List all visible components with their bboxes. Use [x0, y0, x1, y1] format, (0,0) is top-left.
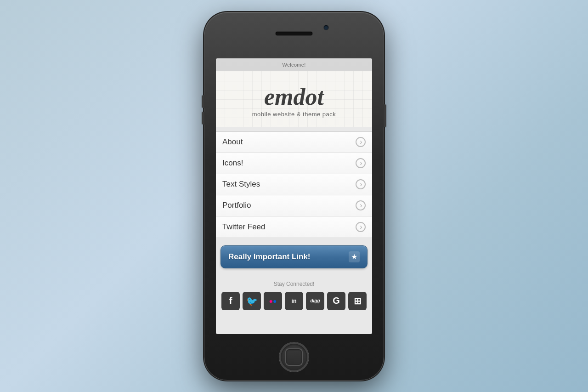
menu-item-label-icons: Icons!	[222, 159, 243, 168]
social-icon-facebook[interactable]: f	[221, 292, 240, 310]
important-link-button[interactable]: Really Important Link!	[220, 245, 368, 268]
home-button[interactable]	[279, 342, 309, 372]
phone-bottom	[204, 334, 384, 380]
phone-screen: Welcome! emdot mobile website & theme pa…	[216, 58, 372, 334]
menu-item-label-text-styles: Text Styles	[222, 180, 260, 189]
menu-item-label-twitter-feed: Twitter Feed	[222, 222, 266, 232]
social-title: Stay Connected!	[220, 281, 368, 287]
social-icon-grid[interactable]: ⊞	[348, 292, 367, 310]
front-camera	[324, 25, 328, 30]
menu-list: AboutIcons!Text StylesPortfolioTwitter F…	[216, 131, 372, 238]
menu-item-label-portfolio: Portfolio	[222, 201, 251, 210]
hero-section: emdot mobile website & theme pack	[216, 71, 372, 127]
brand-logo: emdot	[225, 85, 363, 109]
menu-item-icons[interactable]: Icons!	[216, 153, 372, 174]
status-bar: Welcome!	[216, 58, 372, 71]
social-icon-google[interactable]: G	[327, 292, 345, 310]
volume-buttons	[202, 95, 204, 125]
chevron-icon-portfolio	[356, 200, 366, 210]
social-icon-twitter[interactable]: 🐦	[243, 292, 261, 310]
phone-top	[204, 12, 384, 58]
star-icon	[349, 251, 360, 262]
phone-device: Welcome! emdot mobile website & theme pa…	[204, 12, 384, 380]
menu-item-about[interactable]: About	[216, 132, 372, 153]
chevron-icon-twitter-feed	[356, 222, 366, 232]
menu-item-text-styles[interactable]: Text Styles	[216, 174, 372, 195]
home-button-inner	[285, 348, 303, 366]
social-section: Stay Connected! f🐦●●indiggG⊞	[216, 276, 372, 319]
social-icons-row: f🐦●●indiggG⊞	[220, 292, 368, 310]
chevron-icon-about	[356, 137, 366, 147]
chevron-icon-icons	[356, 158, 366, 168]
menu-item-label-about: About	[222, 137, 243, 147]
brand-tagline: mobile website & theme pack	[225, 111, 363, 118]
volume-down-button	[202, 112, 204, 125]
social-icon-flickr[interactable]: ●●	[264, 292, 282, 310]
chevron-icon-text-styles	[356, 179, 366, 189]
social-icon-linkedin[interactable]: in	[285, 292, 303, 310]
menu-item-twitter-feed[interactable]: Twitter Feed	[216, 216, 372, 238]
volume-up-button	[202, 95, 204, 108]
speaker	[276, 32, 312, 35]
menu-item-portfolio[interactable]: Portfolio	[216, 195, 372, 216]
status-bar-title: Welcome!	[282, 62, 305, 68]
social-icon-digg[interactable]: digg	[306, 292, 324, 310]
power-button	[384, 104, 386, 127]
important-link-label: Really Important Link!	[228, 252, 311, 261]
